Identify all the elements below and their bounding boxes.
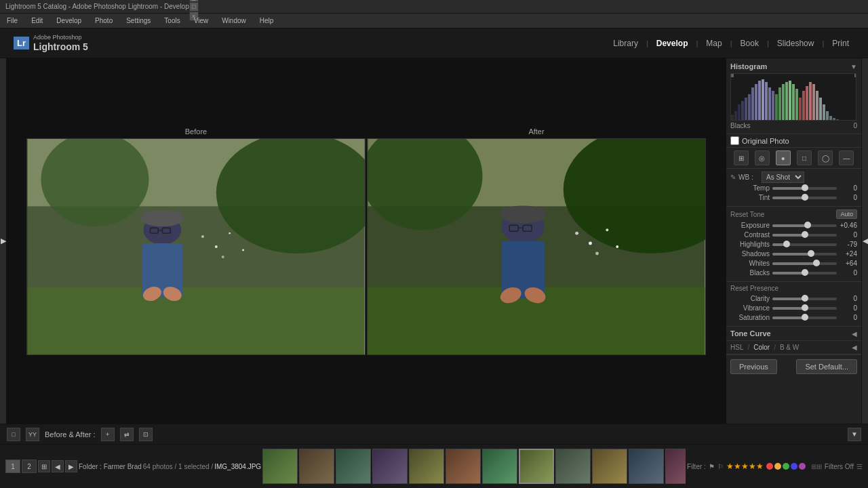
- reset-presence-label[interactable]: Reset Presence: [730, 285, 778, 292]
- filmstrip-stars[interactable]: ★★★★★: [726, 462, 764, 471]
- page-1-button[interactable]: 1: [5, 460, 20, 473]
- film-thumb-4[interactable]: [372, 449, 408, 484]
- film-thumb-10[interactable]: [592, 449, 627, 484]
- page-2-button[interactable]: 2: [22, 460, 37, 473]
- temp-slider-thumb[interactable]: [802, 184, 808, 191]
- previous-button[interactable]: Previous: [730, 359, 777, 374]
- filter-flag-icon[interactable]: ⚑: [709, 463, 715, 470]
- film-thumb-12[interactable]: [665, 449, 686, 484]
- tool-crop[interactable]: ◎: [755, 150, 770, 165]
- auto-tone-button[interactable]: Auto: [836, 209, 857, 219]
- contrast-thumb[interactable]: [802, 231, 808, 238]
- color-tab[interactable]: Color: [753, 344, 770, 351]
- tool-spot[interactable]: ●: [776, 150, 791, 165]
- film-thumb-3[interactable]: [336, 449, 371, 484]
- nav-develop[interactable]: Develop: [651, 36, 694, 51]
- filter-flag2-icon[interactable]: ⚐: [717, 463, 724, 470]
- set-default-button[interactable]: Set Default...: [796, 359, 857, 374]
- nav-print[interactable]: Print: [827, 36, 854, 51]
- clarity-value: 0: [837, 295, 857, 302]
- tint-slider-thumb[interactable]: [802, 194, 808, 201]
- menu-view[interactable]: View: [191, 16, 212, 26]
- color-filter-red[interactable]: [766, 463, 773, 470]
- nav-library[interactable]: Library: [608, 36, 644, 51]
- saturation-track[interactable]: [772, 317, 837, 319]
- menu-file[interactable]: File: [4, 16, 20, 26]
- nav-map[interactable]: Map: [701, 36, 727, 51]
- clarity-thumb[interactable]: [802, 295, 808, 302]
- menu-window[interactable]: Window: [219, 16, 249, 26]
- film-thumb-1[interactable]: [262, 449, 298, 484]
- saturation-thumb[interactable]: [802, 314, 808, 321]
- menu-tools[interactable]: Tools: [161, 16, 182, 26]
- reset-tone-label[interactable]: Reset Tone: [730, 211, 764, 218]
- right-panel-expand[interactable]: ◀: [861, 58, 868, 424]
- vibrance-value: 0: [837, 304, 857, 312]
- compare-button[interactable]: YY: [26, 428, 39, 441]
- menu-photo[interactable]: Photo: [92, 16, 115, 26]
- film-thumb-11[interactable]: [629, 449, 664, 484]
- shadows-thumb[interactable]: [808, 250, 814, 257]
- hsl-section: HSL / Color / B & W ◀: [726, 341, 861, 354]
- toolbar-right-dropdown[interactable]: ▼: [848, 428, 861, 441]
- color-filter-green[interactable]: [783, 463, 789, 470]
- exposure-thumb[interactable]: [804, 222, 811, 228]
- film-thumb-2[interactable]: [299, 449, 334, 484]
- hsl-tab[interactable]: HSL: [730, 344, 743, 351]
- highlights-track[interactable]: [772, 243, 837, 246]
- blacks-track[interactable]: [772, 272, 837, 274]
- filmstrip-next-button[interactable]: ▶: [65, 460, 77, 472]
- tone-curve-collapse-icon[interactable]: ◀: [852, 330, 857, 338]
- clarity-track[interactable]: [772, 298, 837, 300]
- menu-edit[interactable]: Edit: [28, 16, 45, 26]
- vibrance-thumb[interactable]: [802, 304, 808, 311]
- film-thumb-7[interactable]: [482, 449, 517, 484]
- filmstrip-grid-icon[interactable]: ⊞: [38, 460, 50, 472]
- tool-graduated[interactable]: ◯: [818, 150, 833, 165]
- whites-thumb[interactable]: [813, 260, 820, 266]
- ba-swap-button[interactable]: ⇄: [120, 428, 134, 441]
- exposure-track[interactable]: [772, 224, 837, 227]
- film-thumb-9[interactable]: [555, 449, 591, 484]
- color-filter-blue[interactable]: [791, 463, 797, 470]
- whites-track[interactable]: [772, 262, 837, 265]
- film-thumb-selected[interactable]: [519, 449, 554, 484]
- film-thumb-5[interactable]: [409, 449, 444, 484]
- temp-slider-track[interactable]: [772, 187, 837, 190]
- menu-settings[interactable]: Settings: [123, 16, 153, 26]
- tool-adjustment[interactable]: —: [839, 150, 854, 165]
- bw-tab[interactable]: B & W: [780, 344, 799, 351]
- ba-add-button[interactable]: +: [101, 428, 115, 441]
- blacks-thumb[interactable]: [802, 269, 808, 276]
- color-filter-yellow[interactable]: [774, 463, 781, 470]
- color-filter-purple[interactable]: [799, 463, 806, 470]
- orig-photo-checkbox[interactable]: [730, 136, 739, 145]
- wb-select[interactable]: As Shot Auto Daylight Cloudy Shade Custo…: [762, 171, 804, 183]
- maximize-button[interactable]: □: [189, 2, 199, 12]
- view-mode-button[interactable]: □: [7, 428, 20, 441]
- eyedropper-icon[interactable]: ✎: [730, 174, 736, 181]
- hsl-collapse-icon[interactable]: ◀: [852, 344, 857, 351]
- vibrance-track[interactable]: [772, 307, 837, 310]
- filmstrip-grid-icon2[interactable]: ⊞⊞: [811, 463, 822, 470]
- tool-redeye[interactable]: □: [797, 150, 812, 165]
- center-area: Before: [7, 58, 726, 424]
- filmstrip-prev-button[interactable]: ◀: [52, 460, 64, 472]
- after-photo[interactable]: [367, 138, 706, 355]
- histogram-blacks-label: Blacks: [730, 122, 750, 129]
- menu-help[interactable]: Help: [257, 16, 277, 26]
- left-panel-expand[interactable]: ▶: [0, 58, 7, 424]
- shadows-track[interactable]: [772, 253, 837, 256]
- tint-slider-track[interactable]: [772, 197, 837, 199]
- film-thumb-6[interactable]: [446, 449, 481, 484]
- before-photo[interactable]: [26, 138, 366, 355]
- histogram-collapse-icon[interactable]: ▼: [850, 63, 857, 70]
- contrast-track[interactable]: [772, 234, 837, 237]
- tool-grid[interactable]: ⊞: [734, 150, 749, 165]
- ba-option-button[interactable]: ⊡: [139, 428, 153, 441]
- menu-develop[interactable]: Develop: [54, 16, 84, 26]
- highlights-thumb[interactable]: [783, 241, 790, 247]
- nav-book[interactable]: Book: [735, 36, 764, 51]
- filmstrip-end-icon[interactable]: ☰: [856, 463, 863, 470]
- nav-slideshow[interactable]: Slideshow: [772, 36, 820, 51]
